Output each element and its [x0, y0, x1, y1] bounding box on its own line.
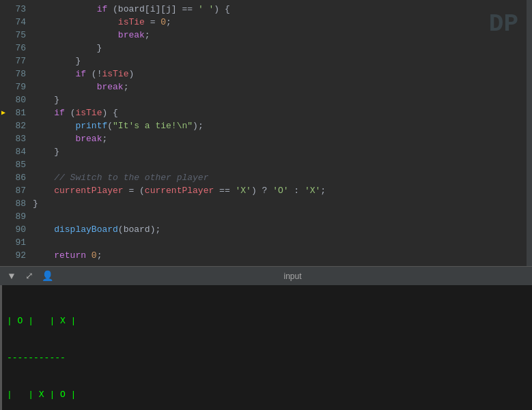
- line-number: 82: [0, 119, 33, 132]
- line-number: 78: [0, 68, 33, 80]
- line-number: 73: [0, 3, 33, 16]
- code-line: 88}: [0, 197, 532, 210]
- toolbar-title: input: [59, 272, 527, 281]
- line-number: 84: [0, 145, 33, 158]
- line-content: }: [33, 55, 532, 68]
- board-row-1: | O | | X |: [7, 315, 525, 327]
- code-line: 85: [0, 158, 532, 171]
- line-content: displayBoard(board);: [33, 223, 532, 236]
- code-line: 73 if (board[i][j] == ' ') {: [0, 3, 532, 16]
- console-area: | O | | X | ----------- | | X | O | ----…: [0, 285, 532, 410]
- line-content: break;: [33, 80, 532, 93]
- line-number: 76: [0, 42, 33, 55]
- line-content: currentPlayer = (currentPlayer == 'X') ?…: [33, 184, 532, 197]
- code-line: 78 if (!isTie): [0, 68, 532, 80]
- line-number: 75: [0, 29, 33, 42]
- expand-button[interactable]: ⤢: [23, 270, 36, 282]
- code-line: 74 isTie = 0;: [0, 16, 532, 29]
- left-border: [0, 285, 2, 410]
- line-number: 77: [0, 55, 33, 68]
- toolbar: ▼ ⤢ 👤 input: [0, 266, 532, 285]
- line-number: 87: [0, 184, 33, 197]
- board-row-2: | | X | O |: [7, 389, 525, 401]
- line-content: break;: [33, 29, 532, 42]
- collapse-button[interactable]: ▼: [5, 270, 18, 282]
- code-line: 83 break;: [0, 132, 532, 145]
- code-line: 92 return 0;: [0, 249, 532, 262]
- code-line: 86 // Switch to the other player: [0, 171, 532, 184]
- code-line: 80 }: [0, 93, 532, 106]
- code-line: 90 displayBoard(board);: [0, 223, 532, 236]
- code-line: 84 }: [0, 145, 532, 158]
- line-number: 83: [0, 132, 33, 145]
- code-line: 77 }: [0, 55, 532, 68]
- code-line: 76 }: [0, 42, 532, 55]
- line-content: if (board[i][j] == ' ') {: [33, 3, 532, 16]
- code-line: 81 if (isTie) {: [0, 106, 532, 119]
- line-content: }: [33, 197, 532, 210]
- line-content: }: [33, 93, 532, 106]
- scrollbar[interactable]: [527, 0, 532, 266]
- line-content: }: [33, 42, 532, 55]
- line-number: 90: [0, 223, 33, 236]
- line-number: 79: [0, 80, 33, 93]
- board-divider-1: -----------: [7, 352, 525, 364]
- line-content: if (isTie) {: [33, 106, 532, 119]
- line-number: 88: [0, 197, 33, 210]
- code-line: 79 break;: [0, 80, 532, 93]
- code-line: 91: [0, 236, 532, 249]
- line-number: 74: [0, 16, 33, 29]
- line-content: // Switch to the other player: [33, 171, 532, 184]
- user-button[interactable]: 👤: [41, 270, 53, 282]
- line-number: 85: [0, 158, 33, 171]
- line-content: isTie = 0;: [33, 16, 532, 29]
- code-editor: DP 73 if (board[i][j] == ' ') {74 isTie …: [0, 0, 532, 266]
- code-line: 89: [0, 210, 532, 223]
- line-content: }: [33, 145, 532, 158]
- line-number: 80: [0, 93, 33, 106]
- line-number: 91: [0, 236, 33, 249]
- code-line: 87 currentPlayer = (currentPlayer == 'X'…: [0, 184, 532, 197]
- line-number: 86: [0, 171, 33, 184]
- line-content: return 0;: [33, 249, 532, 262]
- line-number: 92: [0, 249, 33, 262]
- code-line: 82 printf("It's a tie!\n");: [0, 119, 532, 132]
- code-line: 75 break;: [0, 29, 532, 42]
- console-output: | O | | X | ----------- | | X | O | ----…: [7, 291, 525, 410]
- code-lines: 73 if (board[i][j] == ' ') {74 isTie = 0…: [0, 0, 532, 265]
- line-content: printf("It's a tie!\n");: [33, 119, 532, 132]
- line-content: if (!isTie): [33, 68, 532, 80]
- line-number: 81: [0, 106, 33, 119]
- line-content: break;: [33, 132, 532, 145]
- line-number: 89: [0, 210, 33, 223]
